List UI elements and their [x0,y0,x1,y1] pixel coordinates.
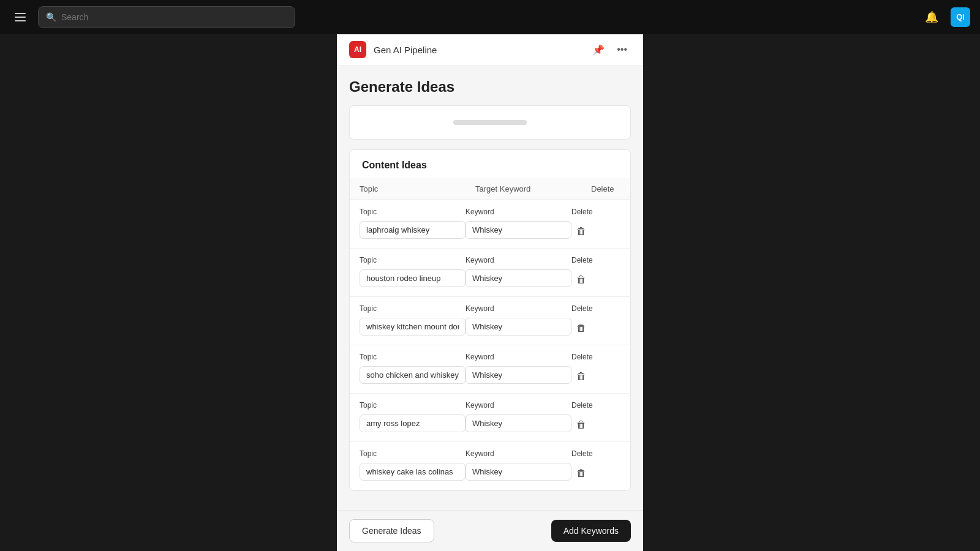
delete-button[interactable]: 🗑 [571,319,591,337]
page-content: Generate Ideas Content Ideas Topic Targe… [337,66,643,510]
collapsed-bar [453,120,527,125]
search-input[interactable] [61,12,287,22]
keyword-input[interactable] [466,366,571,384]
delete-cell: Delete 🗑 [571,208,620,241]
topic-input[interactable] [360,318,466,335]
keyword-input[interactable] [466,221,571,239]
bottom-actions: Generate Ideas Add Keywords [337,510,643,551]
topic-input[interactable] [360,269,466,287]
delete-button[interactable]: 🗑 [571,416,591,434]
keyword-cell: Keyword [466,304,571,335]
keyword-label: Keyword [466,256,571,264]
sub-header-actions: 📌 ••• [589,42,631,58]
add-keywords-button[interactable]: Add Keywords [551,520,631,542]
search-bar: 🔍 [38,6,295,28]
table-row: Topic Keyword Delete 🗑 [350,297,630,345]
main-panel: AI Gen AI Pipeline 📌 ••• Generate Ideas … [337,34,643,551]
delete-button[interactable]: 🗑 [571,271,591,289]
delete-button[interactable]: 🗑 [571,367,591,386]
content-ideas-card: Content Ideas Topic Target Keyword Delet… [349,149,631,491]
sub-header: AI Gen AI Pipeline 📌 ••• [337,34,643,66]
keyword-label: Keyword [466,353,571,361]
table-row: Topic Keyword Delete 🗑 [350,200,630,249]
col-header-keyword: Target Keyword [466,178,581,200]
keyword-input[interactable] [466,463,571,481]
keyword-input[interactable] [466,269,571,287]
topic-input[interactable] [360,463,466,481]
delete-cell: Delete 🗑 [571,449,620,482]
col-header-delete: Delete [581,178,630,200]
topic-label: Topic [360,304,466,313]
table-row: Topic Keyword Delete 🗑 [350,345,630,394]
keyword-label: Keyword [466,304,571,313]
rows-container: Topic Keyword Delete 🗑 Topic Keyword Del [350,200,630,490]
delete-label: Delete [571,208,593,216]
delete-label: Delete [571,256,593,264]
keyword-input[interactable] [466,414,571,432]
search-icon: 🔍 [46,12,56,22]
topic-label: Topic [360,208,466,216]
keyword-label: Keyword [466,401,571,410]
topic-cell: Topic [360,256,466,287]
delete-button[interactable]: 🗑 [571,222,591,241]
collapsed-section [349,105,631,140]
topic-cell: Topic [360,401,466,432]
ideas-table: Topic Target Keyword Delete Topic Keywor… [350,178,630,490]
topic-label: Topic [360,256,466,264]
topic-input[interactable] [360,366,466,384]
topic-input[interactable] [360,221,466,239]
keyword-cell: Keyword [466,353,571,384]
table-header-row: Topic Target Keyword Delete [350,178,630,200]
keyword-cell: Keyword [466,449,571,481]
more-button[interactable]: ••• [613,42,631,58]
delete-cell: Delete 🗑 [571,401,620,434]
topic-label: Topic [360,449,466,458]
table-row: Topic Keyword Delete 🗑 [350,249,630,297]
hamburger-button[interactable] [10,8,31,26]
topic-cell: Topic [360,208,466,239]
bell-button[interactable]: 🔔 [920,6,943,29]
keyword-input[interactable] [466,318,571,335]
delete-cell: Delete 🗑 [571,256,620,289]
app-wrapper: 🔍 🔔 QI AI Gen AI Pipeline 📌 ••• Generate… [0,0,980,551]
topic-label: Topic [360,353,466,361]
col-header-topic: Topic [350,178,466,200]
delete-label: Delete [571,401,593,410]
topic-cell: Topic [360,353,466,384]
content-ideas-header: Content Ideas [350,150,630,178]
delete-cell: Delete 🗑 [571,304,620,337]
topic-cell: Topic [360,449,466,481]
keyword-cell: Keyword [466,208,571,239]
table-row: Topic Keyword Delete 🗑 [350,442,630,490]
delete-cell: Delete 🗑 [571,353,620,386]
delete-label: Delete [571,353,593,361]
keyword-label: Keyword [466,449,571,458]
pin-button[interactable]: 📌 [589,42,608,58]
generate-ideas-button[interactable]: Generate Ideas [349,519,434,542]
delete-label: Delete [571,304,593,313]
topic-cell: Topic [360,304,466,335]
keyword-cell: Keyword [466,256,571,287]
topic-label: Topic [360,401,466,410]
app-title: Gen AI Pipeline [374,45,437,55]
avatar-button[interactable]: QI [951,7,970,27]
table-row: Topic Keyword Delete 🗑 [350,394,630,442]
keyword-cell: Keyword [466,401,571,432]
page-title: Generate Ideas [349,78,631,96]
top-nav: 🔍 🔔 QI [0,0,980,34]
delete-button[interactable]: 🗑 [571,464,591,482]
app-logo: AI [349,41,366,58]
delete-label: Delete [571,449,593,458]
keyword-label: Keyword [466,208,571,216]
topic-input[interactable] [360,414,466,432]
